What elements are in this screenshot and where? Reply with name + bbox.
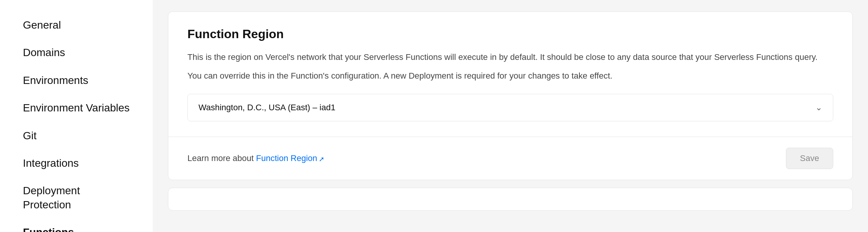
sidebar-item-environments[interactable]: Environments bbox=[0, 67, 153, 94]
region-dropdown[interactable]: Washington, D.C., USA (East) – iad1 ⌄ bbox=[187, 94, 833, 121]
card-description-2: You can override this in the Function's … bbox=[187, 69, 833, 82]
sidebar-item-domains[interactable]: Domains bbox=[0, 39, 153, 66]
sidebar-item-git[interactable]: Git bbox=[0, 122, 153, 150]
save-button[interactable]: Save bbox=[786, 148, 833, 169]
function-region-link[interactable]: Function Region➚ bbox=[256, 153, 324, 163]
sidebar-item-general[interactable]: General bbox=[0, 11, 153, 39]
sidebar-item-deployment-protection[interactable]: Deployment Protection bbox=[0, 177, 153, 219]
sidebar-item-integrations[interactable]: Integrations bbox=[0, 150, 153, 177]
external-link-icon: ➚ bbox=[319, 155, 324, 163]
sidebar-item-environment-variables[interactable]: Environment Variables bbox=[0, 94, 153, 122]
card-footer: Learn more about Function Region➚ Save bbox=[168, 137, 852, 180]
card-title: Function Region bbox=[187, 27, 833, 41]
card-description-1: This is the region on Vercel's network t… bbox=[187, 50, 833, 64]
chevron-down-icon: ⌄ bbox=[815, 103, 822, 113]
sidebar: GeneralDomainsEnvironmentsEnvironment Va… bbox=[0, 0, 153, 232]
dropdown-selected-value: Washington, D.C., USA (East) – iad1 bbox=[198, 103, 336, 113]
learn-more-text: Learn more about Function Region➚ bbox=[187, 153, 324, 163]
main-content: Function Region This is the region on Ve… bbox=[153, 0, 868, 232]
card-body: Function Region This is the region on Ve… bbox=[168, 12, 852, 137]
function-region-card: Function Region This is the region on Ve… bbox=[168, 11, 853, 180]
sidebar-item-functions[interactable]: Functions bbox=[0, 219, 153, 232]
bottom-card bbox=[168, 188, 853, 211]
learn-more-prefix: Learn more about bbox=[187, 153, 256, 163]
